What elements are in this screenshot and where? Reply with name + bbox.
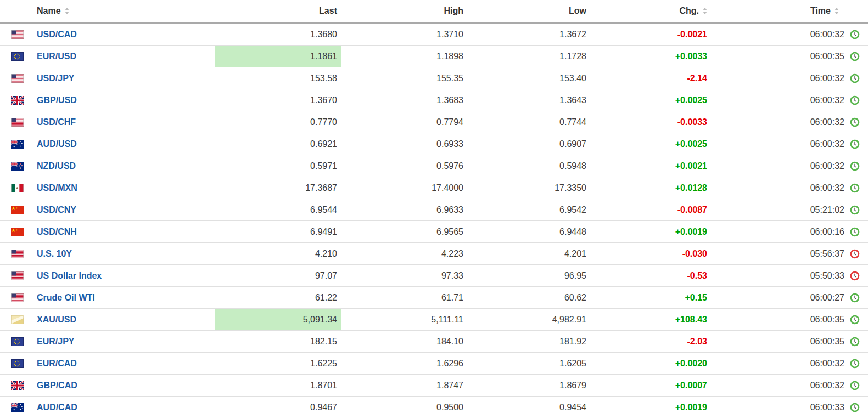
instrument-link[interactable]: USD/MXN [37, 183, 77, 193]
last-value: 182.15 [215, 331, 341, 352]
time-value: 06:00:16 [810, 227, 844, 237]
header-name-label: Name [37, 6, 61, 16]
uk-flag-icon [11, 381, 24, 390]
table-body: USD/CAD 1.3680 1.3710 1.3672 -0.0021 06:… [0, 24, 868, 418]
change-value: +0.0007 [591, 375, 712, 396]
table-row: AUD/USD 0.6921 0.6933 0.6907 +0.0025 06:… [0, 133, 868, 155]
clock-icon [850, 227, 860, 237]
clock-icon [850, 337, 860, 347]
last-value: 0.6921 [215, 133, 341, 155]
last-value: 1.3670 [215, 89, 341, 111]
instrument-link[interactable]: NZD/USD [37, 161, 76, 171]
low-value: 1.6205 [468, 353, 591, 374]
us-flag-icon [11, 74, 24, 83]
quotes-table: Name Last High Low Chg. Time USD/CAD [0, 0, 868, 418]
instrument-cell: AUD/CAD [0, 397, 215, 418]
instrument-link[interactable]: EUR/USD [37, 52, 76, 61]
high-value: 0.7794 [341, 111, 468, 133]
table-row: USD/CHF 0.7770 0.7794 0.7744 -0.0033 06:… [0, 111, 868, 133]
low-value: 0.7744 [468, 111, 591, 133]
last-value: 97.07 [215, 265, 341, 286]
table-row: GBP/CAD 1.8701 1.8747 1.8679 +0.0007 06:… [0, 375, 868, 397]
header-chg[interactable]: Chg. [591, 0, 712, 22]
instrument-cell: NZD/USD [0, 155, 215, 177]
header-low: Low [468, 0, 591, 22]
high-value: 1.8747 [341, 375, 468, 396]
instrument-cell: USD/CAD [0, 24, 215, 45]
change-value: +0.0025 [591, 89, 712, 111]
header-name[interactable]: Name [0, 0, 215, 22]
change-value: -0.53 [591, 265, 712, 286]
instrument-link[interactable]: GBP/CAD [37, 381, 77, 390]
table-row: XAU/USD 5,091.34 5,111.11 4,982.91 +108.… [0, 309, 868, 331]
time-value: 06:00:32 [810, 359, 844, 369]
instrument-link[interactable]: USD/JPY [37, 73, 74, 83]
high-value: 155.35 [341, 67, 468, 89]
clock-icon [850, 117, 860, 127]
time-cell: 06:00:32 [712, 111, 868, 133]
header-last-label: Last [319, 6, 337, 16]
time-cell: 06:00:32 [712, 155, 868, 177]
clock-icon [850, 271, 860, 281]
clock-icon [850, 403, 860, 412]
instrument-link[interactable]: U.S. 10Y [37, 249, 72, 259]
time-cell: 06:00:33 [712, 397, 868, 418]
low-value: 0.6907 [468, 133, 591, 155]
header-time[interactable]: Time [712, 0, 868, 22]
sort-icon[interactable] [835, 8, 839, 14]
time-value: 06:00:32 [810, 183, 844, 193]
instrument-link[interactable]: GBP/USD [37, 95, 77, 105]
us-flag-icon [11, 250, 24, 258]
instrument-link[interactable]: USD/CNH [37, 227, 77, 237]
us-flag-icon [11, 293, 24, 302]
high-value: 184.10 [341, 331, 468, 352]
instrument-link[interactable]: AUD/USD [37, 139, 77, 149]
change-value: +0.0019 [591, 397, 712, 418]
instrument-link[interactable]: AUD/CAD [37, 403, 77, 412]
high-value: 1.3710 [341, 24, 468, 45]
high-value: 0.5976 [341, 155, 468, 177]
table-header-row: Name Last High Low Chg. Time [0, 0, 868, 24]
time-value: 06:00:32 [810, 139, 844, 149]
instrument-link[interactable]: EUR/JPY [37, 337, 74, 347]
instrument-link[interactable]: USD/CHF [37, 117, 76, 127]
instrument-link[interactable]: USD/CAD [37, 30, 77, 39]
instrument-link[interactable]: EUR/CAD [37, 359, 77, 369]
table-row: EUR/CAD 1.6225 1.6296 1.6205 +0.0020 06:… [0, 353, 868, 375]
low-value: 4,982.91 [468, 309, 591, 330]
cn-flag-icon [11, 206, 24, 214]
instrument-link[interactable]: XAU/USD [37, 315, 76, 325]
instrument-cell: EUR/CAD [0, 353, 215, 374]
sort-icon[interactable] [703, 8, 707, 14]
clock-icon [850, 95, 860, 105]
last-value: 4.210 [215, 243, 341, 264]
time-cell: 05:56:37 [712, 243, 868, 264]
last-value: 1.6225 [215, 353, 341, 374]
change-value: +0.0033 [591, 46, 712, 67]
high-value: 4.223 [341, 243, 468, 264]
high-value: 6.9633 [341, 199, 468, 220]
high-value: 6.9565 [341, 221, 468, 242]
clock-icon [850, 183, 860, 193]
time-value: 06:00:32 [810, 161, 844, 171]
time-cell: 06:00:32 [712, 375, 868, 396]
table-row: EUR/USD 1.1861 1.1898 1.1728 +0.0033 06:… [0, 46, 868, 67]
high-value: 1.1898 [341, 46, 468, 67]
time-cell: 06:00:32 [712, 353, 868, 374]
high-value: 1.3683 [341, 89, 468, 111]
clock-icon [850, 315, 860, 325]
instrument-cell: Crude Oil WTI [0, 287, 215, 308]
instrument-link[interactable]: USD/CNY [37, 205, 76, 215]
instrument-cell: USD/MXN [0, 177, 215, 199]
sort-icon[interactable] [65, 8, 69, 14]
instrument-link[interactable]: US Dollar Index [37, 271, 102, 281]
eu-flag-icon [11, 359, 24, 368]
high-value: 1.6296 [341, 353, 468, 374]
instrument-link[interactable]: Crude Oil WTI [37, 293, 95, 303]
last-value: 1.1861 [215, 46, 341, 67]
change-value: +0.0020 [591, 353, 712, 374]
low-value: 6.9542 [468, 199, 591, 220]
us-flag-icon [11, 271, 24, 280]
time-value: 05:50:33 [810, 271, 844, 281]
time-cell: 06:00:16 [712, 221, 868, 242]
